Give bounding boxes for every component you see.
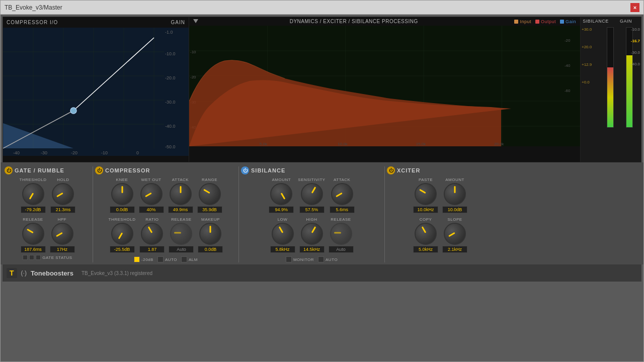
svg-text:-20.0: -20.0: [165, 75, 176, 80]
comp-auto-label: AUTO: [165, 257, 177, 262]
comp-threshold-label: THRESHOLD: [109, 217, 136, 222]
gate-hold-knob[interactable]: [52, 183, 74, 205]
sib-low-label: LOW: [278, 217, 288, 222]
svg-text:-40.0: -40.0: [165, 124, 176, 129]
sib-sensitivity-knob[interactable]: [301, 183, 323, 205]
dynamics-arrow[interactable]: [193, 19, 198, 23]
xciter-power-button[interactable]: ⏻: [387, 166, 395, 174]
comp-attack-value: 49.9ms: [168, 206, 193, 213]
dynamics-label: DYNAMICS / EXCITER / SIBILANCE PROCESSIN…: [193, 19, 514, 24]
close-button[interactable]: ×: [630, 3, 639, 12]
sib-amount-knob[interactable]: [270, 183, 292, 205]
comp-makeup-group: MAKEUP 0.0dB: [198, 217, 223, 253]
sibilance-section-name: SIBILANCE: [251, 167, 285, 173]
gate-threshold-knob[interactable]: [22, 183, 44, 205]
comp-db20-check[interactable]: [134, 256, 140, 262]
legend-input-label: Input: [520, 19, 531, 24]
xciter-paste-knob[interactable]: [415, 183, 437, 205]
svg-text:-1.0: -1.0: [165, 30, 173, 35]
sib-sensitivity-group: SENSITIVITY 57.5%: [298, 177, 325, 213]
svg-point-12: [70, 108, 76, 114]
sib-auto-check[interactable]: [318, 256, 324, 262]
svg-text:-60: -60: [565, 88, 571, 93]
sib-auto-label: AUTO: [326, 257, 338, 262]
xciter-knobs-row2: COPY 5.0kHz SLOPE 2.1kHz: [413, 217, 467, 253]
svg-text:10.0k: 10.0k: [338, 142, 348, 146]
gate-status-label: GATE STATUS: [42, 255, 72, 260]
sib-release-knob[interactable]: [330, 223, 352, 245]
sib-low-value: 5.8kHz: [270, 246, 295, 253]
sib-sensitivity-value: 57.5%: [299, 206, 325, 213]
svg-text:-20: -20: [190, 75, 196, 79]
gate-header: ⏻ GATE / RUMBLE: [5, 166, 91, 174]
sib-low-knob[interactable]: [272, 223, 294, 245]
comp-svg: -40 -30 -20 -10 0 -1.0 -10.0 -20.0 -30.0…: [3, 28, 189, 156]
legend-gain: Gain: [560, 19, 576, 24]
comp-attack-knob[interactable]: [170, 183, 192, 205]
gate-hold-group: HOLD 21.3ms: [50, 177, 75, 213]
sib-release-value: Auto: [329, 246, 354, 253]
comp-release-value: Auto: [169, 246, 194, 253]
gate-threshold-value: -79.2dB: [21, 206, 46, 213]
compressor-io-label: COMPRESSOR I/O: [5, 18, 59, 27]
legend-output: Output: [535, 19, 556, 24]
sib-attack-value: 5.6ms: [330, 206, 355, 213]
comp-ratio-value: 1.87: [139, 246, 165, 253]
sib-attack-knob[interactable]: [331, 183, 353, 205]
main-window: TB_Evoke_v3/Master × COMPRESSOR I/O GAIN: [0, 0, 644, 362]
svg-text:20.0k: 20.0k: [494, 142, 505, 146]
comp-auto-check[interactable]: [157, 256, 164, 262]
svg-text:-20: -20: [565, 38, 571, 43]
comp-db20-row: -20dB: [134, 256, 153, 262]
svg-text:-10: -10: [101, 150, 108, 155]
compressor-section-name: COMPRESSOR: [105, 167, 150, 173]
sib-high-value: 14.5kHz: [299, 246, 325, 253]
dynamics-svg: -10 -20 -30 -40 -20 -40 -60 5.0k: [189, 26, 580, 146]
comp-threshold-value: -25.5dB: [110, 246, 135, 253]
comp-release-knob[interactable]: [170, 223, 192, 245]
svg-text:0: 0: [136, 150, 139, 155]
comp-range-value: 35.9dB: [197, 206, 222, 213]
sib-monitor-check[interactable]: [286, 256, 292, 262]
comp-attack-group: ATTACK 49.9ms: [168, 177, 193, 213]
gate-hold-label: HOLD: [57, 177, 69, 182]
gate-release-knob[interactable]: [22, 223, 44, 245]
xciter-copy-knob[interactable]: [415, 223, 437, 245]
xciter-header: ⏻ XCITER: [387, 166, 494, 174]
gate-power-button[interactable]: ⏻: [5, 166, 13, 174]
dynamics-graph: -10 -20 -30 -40 -20 -40 -60 5.0k: [189, 26, 580, 146]
gate-hpf-label: HPF: [58, 217, 67, 222]
compressor-section: ⏻ COMPRESSOR KNEE 0.0dB WET OUT 40% ATTA…: [93, 166, 239, 262]
comp-knee-knob[interactable]: [111, 183, 133, 205]
xciter-amount-group: AMOUNT 10.0dB: [442, 177, 467, 213]
svg-text:-20: -20: [71, 150, 77, 155]
gate-release-value: 187.6ms: [21, 246, 46, 253]
gate-knobs-row2: RELEASE 187.6ms HPF 17Hz: [21, 217, 75, 253]
sib-attack-label: ATTACK: [334, 177, 350, 182]
compressor-checks: -20dB AUTO ALM: [134, 255, 198, 262]
xciter-amount-knob[interactable]: [444, 183, 466, 205]
comp-ratio-knob[interactable]: [141, 223, 163, 245]
comp-range-knob[interactable]: [199, 183, 221, 205]
xciter-paste-group: PASTE 10.0kHz: [413, 177, 438, 213]
gate-hpf-group: HPF 17Hz: [50, 217, 75, 253]
svg-text:-40: -40: [565, 63, 571, 68]
gate-led-1: [23, 255, 28, 260]
comp-makeup-value: 0.0dB: [198, 246, 223, 253]
gate-hpf-knob[interactable]: [51, 223, 73, 245]
xciter-slope-knob[interactable]: [444, 223, 466, 245]
sibilance-power-button[interactable]: ⏻: [241, 166, 249, 174]
comp-makeup-knob[interactable]: [199, 223, 221, 245]
comp-wetout-knob[interactable]: [140, 183, 163, 205]
svg-text:-30.0: -30.0: [165, 100, 176, 105]
gate-hold-value: 21.3ms: [50, 206, 75, 213]
comp-alm-check[interactable]: [181, 256, 187, 262]
xciter-section: ⏻ XCITER PASTE 10.0kHz AMOUNT 10.0dB C: [385, 166, 496, 262]
sibilance-header: ⏻ SIBILANCE: [241, 166, 382, 174]
sib-release-group: RELEASE Auto: [329, 217, 354, 253]
comp-threshold-knob[interactable]: [111, 223, 133, 245]
sib-high-knob[interactable]: [301, 223, 323, 245]
legend-input: Input: [514, 19, 531, 24]
comp-range-group: RANGE 35.9dB: [197, 177, 222, 213]
compressor-power-button[interactable]: ⏻: [95, 166, 103, 174]
